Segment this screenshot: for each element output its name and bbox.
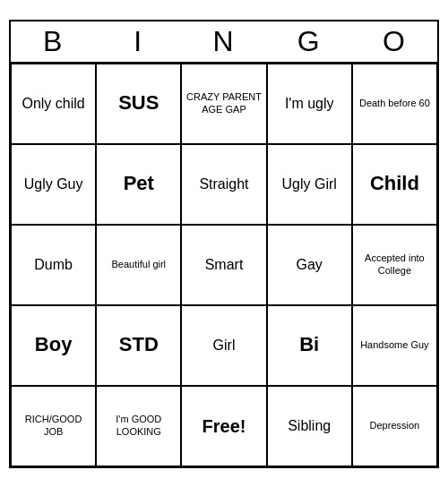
bingo-cell: Bi bbox=[267, 305, 352, 386]
bingo-grid: Only childSUSCRAZY PARENT AGE GAPI'm ugl… bbox=[11, 64, 437, 466]
bingo-card: BINGO Only childSUSCRAZY PARENT AGE GAPI… bbox=[9, 20, 439, 468]
bingo-cell: I'm ugly bbox=[267, 64, 352, 144]
header-letter: N bbox=[181, 21, 266, 62]
bingo-cell: Ugly Girl bbox=[267, 144, 352, 225]
bingo-cell: Boy bbox=[11, 305, 96, 386]
bingo-cell: SUS bbox=[96, 64, 181, 144]
bingo-cell: Ugly Guy bbox=[11, 144, 96, 225]
bingo-cell: Beautiful girl bbox=[96, 225, 181, 305]
bingo-cell: Gay bbox=[267, 225, 352, 305]
bingo-cell: I'm GOOD LOOKING bbox=[96, 386, 181, 466]
bingo-cell: CRAZY PARENT AGE GAP bbox=[181, 64, 266, 144]
header-letter: B bbox=[11, 21, 96, 62]
bingo-cell: Dumb bbox=[11, 225, 96, 305]
header-letter: O bbox=[352, 21, 437, 62]
bingo-cell: Death before 60 bbox=[352, 64, 437, 144]
bingo-cell: Only child bbox=[11, 64, 96, 144]
bingo-cell: Sibling bbox=[267, 386, 352, 466]
bingo-header: BINGO bbox=[11, 21, 437, 64]
bingo-cell: Depression bbox=[352, 386, 437, 466]
bingo-cell: Child bbox=[352, 144, 437, 225]
bingo-cell: RICH/GOOD JOB bbox=[11, 386, 96, 466]
bingo-cell: Smart bbox=[181, 225, 266, 305]
bingo-cell: Accepted into College bbox=[352, 225, 437, 305]
header-letter: G bbox=[267, 21, 352, 62]
bingo-cell: Girl bbox=[181, 305, 266, 386]
bingo-cell: STD bbox=[96, 305, 181, 386]
header-letter: I bbox=[96, 21, 181, 62]
bingo-cell: Handsome Guy bbox=[352, 305, 437, 386]
bingo-cell: Free! bbox=[181, 386, 266, 466]
bingo-cell: Pet bbox=[96, 144, 181, 225]
bingo-cell: Straight bbox=[181, 144, 266, 225]
